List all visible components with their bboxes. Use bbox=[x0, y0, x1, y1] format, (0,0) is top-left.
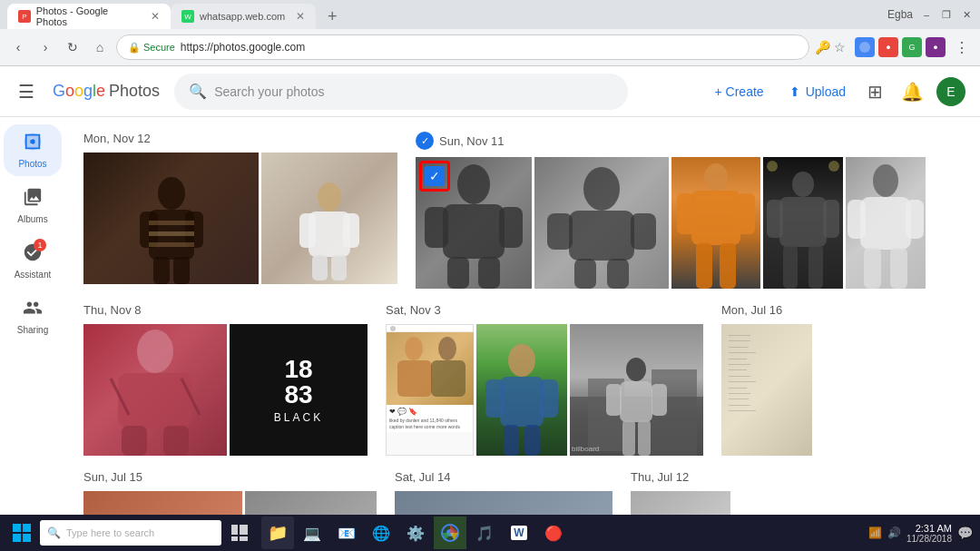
checkmark-icon: ✓ bbox=[425, 166, 445, 186]
close-button[interactable]: ✕ bbox=[960, 8, 973, 21]
tab-close-photos[interactable]: ✕ bbox=[151, 10, 160, 23]
assistant-badge: 1 bbox=[34, 239, 46, 251]
taskbar-app-4[interactable]: ⚙️ bbox=[399, 517, 432, 549]
reload-button[interactable]: ↻ bbox=[62, 36, 83, 58]
sidebar-item-assistant[interactable]: 1 Assistant bbox=[4, 235, 62, 287]
new-tab-button[interactable]: + bbox=[319, 4, 345, 29]
photo-item[interactable] bbox=[83, 324, 227, 456]
date-sun-jul-15: Sun, Jul 15 bbox=[83, 470, 377, 484]
sidebar-label-sharing: Sharing bbox=[17, 325, 48, 335]
url-display: https://photos.google.com bbox=[181, 41, 305, 54]
sidebar-item-sharing[interactable]: Sharing bbox=[4, 290, 62, 342]
taskbar-app-chrome[interactable] bbox=[434, 517, 466, 549]
date-mon-jul-16: Mon, Jul 16 bbox=[721, 303, 812, 317]
app-logo: Google Photos bbox=[53, 82, 160, 101]
photo-item[interactable] bbox=[534, 157, 669, 289]
main-content: Mon, Nov 12 bbox=[65, 117, 980, 551]
taskbar-app-3[interactable]: 🌐 bbox=[365, 517, 397, 549]
ext-icon-2[interactable]: ● bbox=[878, 37, 898, 57]
section-sun-nov-11: ✓ Sun, Nov 11 bbox=[416, 132, 926, 289]
start-button[interactable] bbox=[7, 518, 36, 547]
secure-label: Secure bbox=[143, 42, 175, 53]
taskbar-app-5[interactable]: 🎵 bbox=[468, 517, 501, 549]
taskbar-app-1[interactable]: 💻 bbox=[296, 517, 328, 549]
taskbar: 🔍 Type here to search 📁 💻 📧 🌐 ⚙️ bbox=[0, 515, 980, 551]
photo-item[interactable] bbox=[261, 153, 397, 284]
ext-icon-4[interactable]: ● bbox=[926, 37, 946, 57]
photo-item[interactable] bbox=[846, 157, 926, 289]
tab-close-whatsapp[interactable]: ✕ bbox=[296, 10, 305, 23]
photo-item[interactable] bbox=[83, 153, 259, 284]
photo-item[interactable] bbox=[476, 324, 567, 456]
photo-item[interactable] bbox=[671, 157, 760, 289]
more-options-button[interactable]: ⋮ bbox=[951, 37, 973, 58]
tab-whatsapp[interactable]: W whatsapp.web.com ✕ bbox=[171, 4, 316, 29]
user-avatar[interactable]: E bbox=[936, 77, 965, 106]
svg-point-1 bbox=[30, 139, 35, 144]
ext-icon-1[interactable] bbox=[855, 37, 875, 57]
date-thu-jul-12: Thu, Jul 12 bbox=[631, 470, 730, 484]
svg-rect-82 bbox=[240, 536, 248, 541]
svg-rect-77 bbox=[13, 534, 21, 542]
taskbar-clock: 2:31 AM 11/28/2018 bbox=[906, 523, 952, 544]
create-label: + Create bbox=[715, 84, 764, 99]
logo-google: Google bbox=[53, 82, 105, 101]
apps-icon[interactable]: ⊞ bbox=[862, 75, 888, 108]
browser-tabs: P Photos - Google Photos ✕ W whatsapp.we… bbox=[7, 0, 345, 29]
date-text-sat-nov-3: Sat, Nov 3 bbox=[386, 303, 441, 317]
app-body: Photos Albums 1 Assistant bbox=[0, 117, 980, 551]
back-button[interactable]: ‹ bbox=[7, 36, 29, 58]
date-text-sun-jul-15: Sun, Jul 15 bbox=[83, 470, 142, 484]
taskbar-time: 2:31 AM bbox=[906, 523, 952, 534]
sidebar-item-photos[interactable]: Photos bbox=[4, 124, 62, 176]
section-sat-nov-3: Sat, Nov 3 bbox=[386, 303, 703, 456]
sharing-icon bbox=[23, 298, 43, 322]
sidebar-label-photos: Photos bbox=[18, 159, 46, 169]
taskbar-notification-icon[interactable]: 💬 bbox=[957, 526, 973, 540]
hamburger-menu[interactable]: ☰ bbox=[15, 77, 38, 106]
svg-rect-76 bbox=[23, 524, 31, 532]
row-1: Mon, Nov 12 bbox=[83, 132, 962, 289]
svg-rect-79 bbox=[231, 525, 238, 535]
taskbar-app-2[interactable]: 📧 bbox=[330, 517, 363, 549]
restore-button[interactable]: ❐ bbox=[940, 8, 953, 21]
star-icon[interactable]: ☆ bbox=[834, 40, 846, 54]
photo-item[interactable]: billboard bbox=[570, 324, 703, 456]
address-bar-icons: 🔑 ☆ bbox=[815, 40, 846, 54]
date-check-sun-nov-11[interactable]: ✓ bbox=[416, 132, 434, 150]
address-bar-row: ‹ › ↻ ⌂ 🔒 Secure https://photos.google.c… bbox=[0, 29, 980, 65]
create-button[interactable]: + Create bbox=[706, 79, 773, 104]
taskbar-sound-icon: 🔊 bbox=[887, 526, 901, 539]
section-mon-nov-12: Mon, Nov 12 bbox=[83, 132, 397, 289]
sidebar-item-albums[interactable]: Albums bbox=[4, 180, 62, 231]
assistant-badge-container: 1 bbox=[23, 242, 43, 267]
taskbar-network-icon: 📶 bbox=[868, 526, 882, 539]
taskbar-date: 11/28/2018 bbox=[906, 534, 952, 544]
taskbar-app-explorer[interactable]: 📁 bbox=[261, 517, 294, 549]
photo-item[interactable]: ❤ 💬 🔖 liked by danlen and 11,840 othersc… bbox=[386, 324, 474, 456]
search-bar[interactable]: 🔍 Search your photos bbox=[174, 74, 628, 110]
upload-button[interactable]: ⬆ Upload bbox=[780, 79, 855, 104]
minimize-button[interactable]: – bbox=[920, 8, 933, 21]
photo-item-selected[interactable]: ✓ bbox=[416, 157, 532, 289]
photos-mon-jul-16: ________________________________________… bbox=[721, 324, 812, 456]
tab-label-whatsapp: whatsapp.web.com bbox=[200, 11, 285, 22]
address-bar[interactable]: 🔒 Secure https://photos.google.com bbox=[116, 34, 809, 60]
tab-favicon-whatsapp: W bbox=[181, 10, 194, 23]
photo-item[interactable]: 18 83 BLACK bbox=[230, 324, 368, 456]
photo-item[interactable]: ________________________________________… bbox=[721, 324, 812, 456]
notifications-icon[interactable]: 🔔 bbox=[896, 75, 929, 108]
tab-photos[interactable]: P Photos - Google Photos ✕ bbox=[7, 4, 171, 29]
taskbar-search[interactable]: 🔍 Type here to search bbox=[40, 520, 221, 546]
taskbar-app-word[interactable]: W bbox=[503, 517, 535, 549]
key-icon: 🔑 bbox=[815, 40, 830, 54]
task-view-button[interactable] bbox=[225, 518, 254, 547]
ext-icon-3[interactable]: G bbox=[902, 37, 922, 57]
taskbar-app-6[interactable]: 🔴 bbox=[537, 517, 570, 549]
username-label: Egba bbox=[887, 8, 913, 21]
home-button[interactable]: ⌂ bbox=[89, 36, 111, 58]
photo-item[interactable] bbox=[763, 157, 843, 289]
date-sat-jul-14: Sat, Jul 14 bbox=[395, 470, 612, 484]
forward-button[interactable]: › bbox=[34, 36, 56, 58]
date-sun-nov-11: ✓ Sun, Nov 11 bbox=[416, 132, 926, 150]
